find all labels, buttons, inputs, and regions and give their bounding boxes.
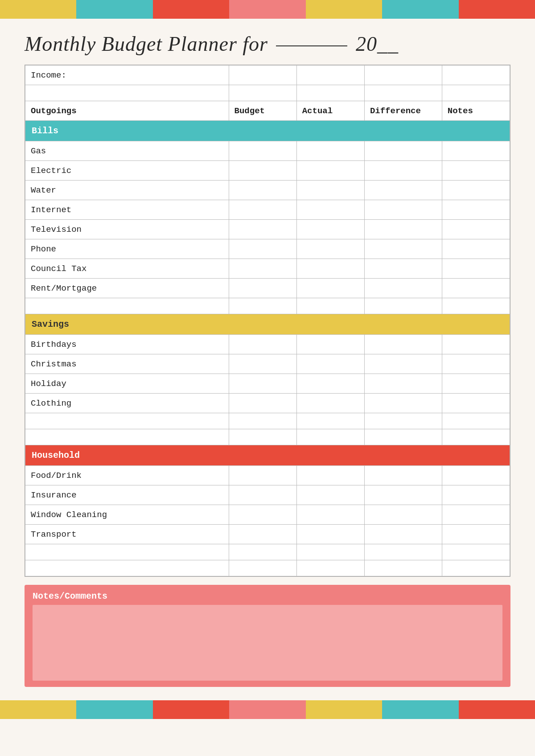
household-label: Household bbox=[25, 445, 510, 466]
phone-notes bbox=[442, 239, 510, 259]
section-household: Household bbox=[25, 445, 510, 466]
empty-row-5 bbox=[25, 544, 510, 560]
notes-content-area bbox=[33, 605, 502, 681]
col-header-notes: Notes bbox=[442, 101, 510, 121]
col-header-actual: Actual bbox=[296, 101, 364, 121]
label-christmas: Christmas bbox=[25, 354, 229, 374]
row-television: Television bbox=[25, 220, 510, 239]
top-bar-block bbox=[229, 0, 305, 19]
row-gas: Gas bbox=[25, 141, 510, 161]
window-actual bbox=[296, 505, 364, 525]
label-council-tax: Council Tax bbox=[25, 259, 229, 279]
top-bar-block bbox=[76, 0, 152, 19]
electric-budget bbox=[229, 161, 296, 181]
title-area: Monthly Budget Planner for 20__ bbox=[0, 19, 535, 65]
label-holiday: Holiday bbox=[25, 374, 229, 394]
window-diff bbox=[364, 505, 442, 525]
row-holiday: Holiday bbox=[25, 374, 510, 394]
top-bar-block bbox=[153, 0, 229, 19]
clothing-budget bbox=[229, 394, 296, 413]
income-row: Income: bbox=[25, 66, 510, 85]
bottom-bar-block bbox=[0, 700, 76, 719]
internet-diff bbox=[364, 200, 442, 220]
budget-table-wrapper: Income: Outgoings Budget Actual Differen… bbox=[25, 65, 510, 577]
label-water: Water bbox=[25, 181, 229, 200]
tv-budget bbox=[229, 220, 296, 239]
row-food-drink: Food/Drink bbox=[25, 466, 510, 485]
council-tax-budget bbox=[229, 259, 296, 279]
empty-row-1 bbox=[25, 85, 510, 101]
insurance-diff bbox=[364, 485, 442, 505]
council-tax-notes bbox=[442, 259, 510, 279]
title-prefix: Monthly Budget Planner for bbox=[25, 33, 268, 55]
phone-diff bbox=[364, 239, 442, 259]
top-color-bar bbox=[0, 0, 535, 19]
col-header-budget: Budget bbox=[229, 101, 296, 121]
bottom-bar-block bbox=[76, 700, 152, 719]
tv-diff bbox=[364, 220, 442, 239]
transport-notes bbox=[442, 525, 510, 544]
notes-label: Notes/Comments bbox=[33, 591, 502, 601]
label-rent-mortgage: Rent/Mortgage bbox=[25, 279, 229, 298]
title-line bbox=[276, 45, 347, 46]
birthdays-notes bbox=[442, 335, 510, 354]
bottom-bar-block bbox=[229, 700, 305, 719]
water-budget bbox=[229, 181, 296, 200]
col-header-difference: Difference bbox=[364, 101, 442, 121]
budget-table: Income: Outgoings Budget Actual Differen… bbox=[25, 65, 510, 576]
label-internet: Internet bbox=[25, 200, 229, 220]
tv-notes bbox=[442, 220, 510, 239]
row-clothing: Clothing bbox=[25, 394, 510, 413]
row-transport: Transport bbox=[25, 525, 510, 544]
internet-actual bbox=[296, 200, 364, 220]
birthdays-budget bbox=[229, 335, 296, 354]
row-internet: Internet bbox=[25, 200, 510, 220]
water-actual bbox=[296, 181, 364, 200]
electric-diff bbox=[364, 161, 442, 181]
food-diff bbox=[364, 466, 442, 485]
council-tax-diff bbox=[364, 259, 442, 279]
top-bar-block bbox=[459, 0, 535, 19]
insurance-actual bbox=[296, 485, 364, 505]
top-bar-block bbox=[382, 0, 458, 19]
page-title: Monthly Budget Planner for 20__ bbox=[25, 33, 399, 55]
holiday-notes bbox=[442, 374, 510, 394]
empty-row-4 bbox=[25, 429, 510, 445]
holiday-diff bbox=[364, 374, 442, 394]
title-year: 20__ bbox=[356, 33, 399, 55]
income-diff bbox=[364, 66, 442, 85]
rent-diff bbox=[364, 279, 442, 298]
food-actual bbox=[296, 466, 364, 485]
income-budget bbox=[229, 66, 296, 85]
label-food-drink: Food/Drink bbox=[25, 466, 229, 485]
electric-notes bbox=[442, 161, 510, 181]
top-bar-block bbox=[306, 0, 382, 19]
label-gas: Gas bbox=[25, 141, 229, 161]
row-insurance: Insurance bbox=[25, 485, 510, 505]
transport-actual bbox=[296, 525, 364, 544]
electric-actual bbox=[296, 161, 364, 181]
label-television: Television bbox=[25, 220, 229, 239]
label-phone: Phone bbox=[25, 239, 229, 259]
empty-row-6 bbox=[25, 560, 510, 576]
bottom-bar-block bbox=[459, 700, 535, 719]
empty-row-2 bbox=[25, 298, 510, 314]
savings-label: Savings bbox=[25, 314, 510, 335]
label-transport: Transport bbox=[25, 525, 229, 544]
row-christmas: Christmas bbox=[25, 354, 510, 374]
christmas-notes bbox=[442, 354, 510, 374]
bills-label: Bills bbox=[25, 121, 510, 141]
christmas-actual bbox=[296, 354, 364, 374]
section-bills: Bills bbox=[25, 121, 510, 141]
internet-notes bbox=[442, 200, 510, 220]
council-tax-actual bbox=[296, 259, 364, 279]
income-notes bbox=[442, 66, 510, 85]
section-savings: Savings bbox=[25, 314, 510, 335]
bottom-color-bar bbox=[0, 700, 535, 719]
clothing-notes bbox=[442, 394, 510, 413]
bottom-bar-block bbox=[382, 700, 458, 719]
gas-notes bbox=[442, 141, 510, 161]
row-rent-mortgage: Rent/Mortgage bbox=[25, 279, 510, 298]
label-birthdays: Birthdays bbox=[25, 335, 229, 354]
label-window-cleaning: Window Cleaning bbox=[25, 505, 229, 525]
